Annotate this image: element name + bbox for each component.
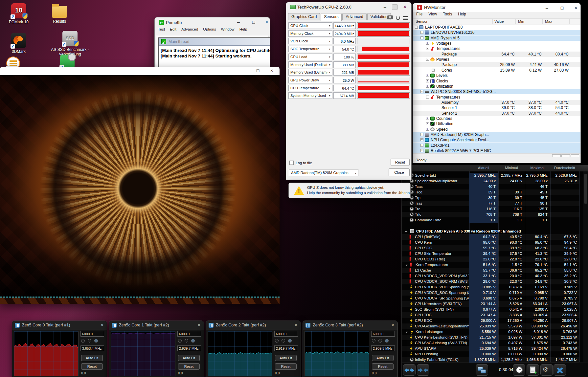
expander-plus-icon[interactable]: + bbox=[420, 144, 423, 147]
sensor-row[interactable]: Speichertakt-Multiplikator24.00 x24.00 x… bbox=[402, 178, 579, 184]
tab-advanced[interactable]: Advanced bbox=[342, 13, 366, 20]
close-button[interactable]: Close bbox=[389, 168, 410, 176]
graph-titlebar[interactable]: Zen5c Core 2 Takt (perf #2)× bbox=[206, 321, 301, 330]
auto-fit-button[interactable]: Auto Fit bbox=[275, 355, 297, 361]
minimize-icon[interactable]: – bbox=[240, 68, 246, 73]
radio-3[interactable] bbox=[385, 339, 389, 343]
sensor-row[interactable]: Tcas40 T46 T bbox=[402, 184, 579, 189]
radio-3[interactable] bbox=[94, 339, 98, 343]
chevron-down-icon[interactable] bbox=[405, 230, 407, 232]
radio-buttons[interactable] bbox=[178, 339, 198, 343]
expander-plus-icon[interactable]: + bbox=[420, 138, 423, 141]
sensor-name-dropdown[interactable]: GPU Clock▼ bbox=[288, 22, 332, 29]
expander-plus-icon[interactable]: + bbox=[426, 122, 429, 125]
sensor-row[interactable]: CPU (Tctl/Tdie)64.2 °C40.5 °C80.4 °C67.8… bbox=[402, 234, 579, 240]
sensor-row[interactable]: SoC-Strom (SVI3 TFN)0.977 A0.541 A2.000 … bbox=[402, 307, 579, 312]
desktop-icon-asssd[interactable]: AS SSD Benchmark -Verknüpfung bbox=[49, 31, 91, 56]
sensor-row[interactable]: Kern-Temperaturen51.6 °C1.5 °C79.1 °C54.… bbox=[402, 262, 579, 268]
radio-3[interactable] bbox=[191, 339, 195, 343]
reset-button[interactable]: Reset bbox=[81, 363, 103, 370]
radio-1[interactable] bbox=[178, 339, 182, 343]
tree-row[interactable]: -LAPTOP-OHFAAEB8 bbox=[413, 25, 580, 30]
close-icon[interactable]: × bbox=[269, 68, 275, 73]
sensor-row[interactable]: Tras77 T77 T90 T bbox=[402, 201, 579, 206]
column-header-minimal[interactable]: Minimal bbox=[498, 166, 525, 170]
desktop-icon-pcmark[interactable]: PCMark 10 bbox=[1, 3, 37, 24]
sensor-row[interactable]: Speichertakt2,395.7 MHz2,395.7 MHz2,795.… bbox=[402, 173, 579, 178]
log-to-file-checkbox[interactable]: Log to file bbox=[289, 161, 312, 165]
graph-titlebar[interactable]: Zen5 Core 0 Takt (perf #1)× bbox=[12, 321, 107, 330]
menu-item-test[interactable]: Test bbox=[158, 27, 165, 31]
radio-buttons[interactable] bbox=[372, 339, 392, 343]
sensor-name-dropdown[interactable]: Memory Used (Dynamic)▼ bbox=[288, 69, 332, 76]
auto-fit-button[interactable]: Auto Fit bbox=[372, 355, 394, 361]
desktop-icon-3dmark[interactable]: 3DMark bbox=[1, 33, 37, 54]
refresh-icon[interactable] bbox=[396, 16, 400, 20]
sensor-row[interactable]: CPU EDC29.000 A17.250 A44.250 A29.907 A bbox=[402, 318, 579, 323]
expander-plus-icon[interactable]: + bbox=[426, 117, 429, 120]
close-icon[interactable]: × bbox=[101, 322, 103, 328]
reset-button[interactable]: Reset bbox=[391, 159, 410, 166]
menu-item-window[interactable]: Window bbox=[221, 27, 235, 31]
radio-2[interactable] bbox=[185, 339, 188, 343]
sensor-row[interactable]: CPU-Kernstrom (SVI3 TFN)23.144 A3.326 A3… bbox=[402, 301, 579, 307]
radio-1[interactable] bbox=[81, 339, 85, 343]
tree-row[interactable]: Assembly37.0 °C37.0 °C44.0 °C bbox=[413, 100, 580, 105]
maximize-icon[interactable] bbox=[392, 4, 398, 10]
scrollbar[interactable] bbox=[583, 171, 588, 362]
maximize-icon[interactable]: □ bbox=[255, 68, 261, 73]
minimize-icon[interactable]: – bbox=[544, 5, 550, 11]
hwmonitor-titlebar[interactable]: HWMonitor – □ × bbox=[413, 3, 580, 12]
menu-item-help[interactable]: Help bbox=[239, 27, 247, 31]
radio-buttons[interactable] bbox=[275, 339, 295, 343]
tree-row[interactable]: +NPU Compute Accelerator Devi... bbox=[413, 137, 580, 143]
close-icon[interactable]: × bbox=[264, 19, 270, 25]
expander-minus-icon[interactable]: - bbox=[415, 26, 418, 29]
menu-icon[interactable] bbox=[403, 16, 408, 20]
sensor-row[interactable]: L3 Cache53.7 °C36.6 °C65.2 °C55.8 °C bbox=[402, 268, 579, 273]
graph-titlebar[interactable]: Zen5c Core 3 Takt (perf #2)× bbox=[303, 321, 397, 330]
column-header-maximal[interactable]: Maximal bbox=[525, 166, 550, 170]
tree-row[interactable]: +Utilization bbox=[413, 121, 580, 126]
expander-plus-icon[interactable]: + bbox=[426, 74, 429, 77]
close-sensors-button[interactable] bbox=[554, 364, 566, 376]
prime95-titlebar[interactable]: 2P Prime95 – □ × bbox=[155, 17, 270, 27]
sensor-name-dropdown[interactable]: Memory Clock▼ bbox=[288, 30, 332, 37]
remote-monitors-button[interactable] bbox=[476, 364, 488, 376]
column-header-aktuell[interactable]: Aktuell bbox=[469, 166, 498, 170]
sensor-row[interactable]: CPU TDC23.147 A3.335 A33.369 A23.966 A bbox=[402, 312, 579, 318]
expander-plus-icon[interactable]: + bbox=[420, 149, 423, 152]
sensor-name-dropdown[interactable]: GPU Load▼ bbox=[288, 54, 332, 60]
main-thread-titlebar[interactable]: 2P Main thread bbox=[159, 38, 270, 46]
auto-fit-button[interactable]: Auto Fit bbox=[81, 355, 103, 361]
reset-button[interactable]: Reset bbox=[178, 363, 200, 370]
menu-item-file[interactable]: File bbox=[416, 12, 422, 16]
close-icon[interactable]: × bbox=[295, 322, 297, 328]
swap-arrows-button[interactable] bbox=[403, 364, 416, 376]
sensor-name-dropdown[interactable]: GPU Power Draw▼ bbox=[288, 77, 332, 83]
tree-row[interactable]: +Counters bbox=[413, 116, 580, 121]
collapse-arrows-button[interactable] bbox=[417, 364, 429, 376]
tree-row[interactable]: Package64.4 °C40.1 °C80.4 °C bbox=[413, 52, 580, 57]
sensor-row[interactable]: CPU Kern-Leistung (SVI3 TFN)21.715 W1.09… bbox=[402, 335, 579, 340]
tree-row[interactable]: Sensor 139.0 °C38.0 °C54.0 °C bbox=[413, 105, 580, 110]
tree-row[interactable]: +Utilization bbox=[413, 84, 580, 89]
sensor-row[interactable]: CPU-Gesamt-Leistungsaufnahme25.039 W5.57… bbox=[402, 323, 579, 329]
graph-titlebar[interactable]: Zen5c Core 1 Takt (perf #2)× bbox=[109, 321, 204, 330]
expander-minus-icon[interactable]: - bbox=[420, 90, 423, 93]
tab-graphics-card[interactable]: Graphics Card bbox=[288, 13, 320, 20]
tree-row[interactable]: +Voltages bbox=[413, 41, 580, 46]
sensor-row[interactable]: CPU Skin Temperatur39.4 °C37.5 °C41.3 °C… bbox=[402, 251, 579, 256]
settings-button[interactable]: ⚙ bbox=[540, 364, 553, 376]
gpuz-titlebar[interactable]: TechPowerUp GPU-Z 2.68.0 – × bbox=[286, 2, 411, 11]
sensor-name-dropdown[interactable]: System Memory Used▼ bbox=[288, 92, 332, 99]
tree-row[interactable]: +LENOVO LNVNB161216 bbox=[413, 30, 580, 35]
screenshot-icon[interactable] bbox=[387, 15, 393, 19]
tab-sensors[interactable]: Sensors bbox=[321, 13, 342, 21]
tree-row[interactable]: -AMD Ryzen AI 5 bbox=[413, 35, 580, 41]
tree-row[interactable]: -Powers bbox=[413, 57, 580, 62]
expander-chevron-icon[interactable] bbox=[405, 263, 407, 266]
menu-item-tools[interactable]: Tools bbox=[443, 12, 452, 16]
sensor-row[interactable]: Trp39 T39 T45 T bbox=[402, 195, 579, 201]
expander-chevron-icon[interactable] bbox=[405, 330, 407, 333]
